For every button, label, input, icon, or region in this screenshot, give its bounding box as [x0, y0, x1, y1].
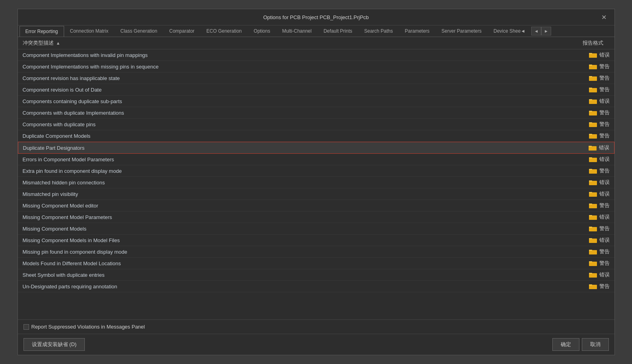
- row-status: 警告: [546, 109, 610, 116]
- folder-icon: [589, 202, 597, 209]
- tab-class-generation[interactable]: Class Generation: [114, 25, 163, 37]
- table-row[interactable]: Missing Component Model Parameters 错误: [18, 211, 614, 223]
- table-row[interactable]: Missing Component Models in Model Files …: [18, 235, 614, 246]
- svg-rect-39: [589, 273, 592, 274]
- status-label: 错误: [599, 237, 610, 244]
- row-description: Component Implementations with invalid p…: [23, 52, 546, 58]
- row-description: Component revision has inapplicable stat…: [23, 75, 546, 81]
- table-row[interactable]: Un-Designated parts requiring annotation…: [18, 281, 614, 292]
- svg-rect-37: [589, 261, 592, 262]
- svg-rect-5: [589, 76, 592, 77]
- checkbox-area: Report Suppressed Violations in Messages…: [23, 324, 609, 330]
- status-label: 警告: [599, 121, 610, 128]
- table-row[interactable]: Errors in Component Model Parameters 错误: [18, 154, 614, 165]
- folder-icon: [589, 214, 597, 220]
- svg-rect-7: [589, 88, 592, 89]
- table-row[interactable]: Missing Component Model editor 警告: [18, 200, 614, 211]
- row-status: 错误: [546, 237, 610, 244]
- row-status: 警告: [546, 248, 610, 255]
- status-label: 警告: [599, 63, 610, 70]
- row-description: Missing Component Model Parameters: [23, 214, 546, 220]
- tab-server-parameters[interactable]: Server Parameters: [436, 25, 488, 37]
- set-install-default-button[interactable]: 设置成安装缺省 (D): [23, 338, 85, 351]
- svg-rect-3: [589, 65, 592, 66]
- svg-rect-27: [589, 204, 592, 205]
- table-row[interactable]: Models Found in Different Model Location…: [18, 258, 614, 269]
- footer-bar: 设置成安装缺省 (D) 确定 取消: [18, 334, 614, 355]
- table-row[interactable]: Component revision has inapplicable stat…: [18, 72, 614, 84]
- tab-options[interactable]: Options: [248, 25, 276, 37]
- row-description: Extra pin found in component display mod…: [23, 168, 546, 174]
- svg-rect-41: [589, 284, 592, 286]
- svg-rect-23: [589, 180, 592, 182]
- tab-connection-matrix[interactable]: Connection Matrix: [64, 25, 115, 37]
- tab-eco-generation[interactable]: ECO Generation: [200, 25, 248, 37]
- row-status: 警告: [546, 283, 610, 290]
- table-row[interactable]: Duplicate Component Models 警告: [18, 130, 614, 142]
- status-label: 警告: [599, 260, 610, 267]
- right-footer: 确定 取消: [552, 338, 609, 351]
- tab-parameters[interactable]: Parameters: [399, 25, 436, 37]
- ok-button[interactable]: 确定: [552, 338, 579, 351]
- status-label: 错误: [599, 213, 610, 221]
- tab-device-sheet[interactable]: Device Shee◄: [487, 25, 531, 37]
- table-row[interactable]: Mismatched hidden pin connections 错误: [18, 177, 614, 188]
- tab-nav-forward[interactable]: ►: [541, 27, 551, 35]
- row-description: Component revision is Out of Date: [23, 87, 546, 93]
- status-label: 错误: [599, 98, 610, 105]
- tab-bar: Error Reporting Connection Matrix Class …: [18, 25, 614, 37]
- table-row[interactable]: Components containing duplicate sub-part…: [18, 96, 614, 107]
- table-header: 冲突类型描述 ▲ 报告格式: [18, 37, 614, 49]
- svg-rect-9: [589, 99, 592, 100]
- error-list[interactable]: Component Implementations with invalid p…: [18, 49, 614, 319]
- table-row[interactable]: Missing pin found in component display m…: [18, 246, 614, 258]
- tab-error-reporting[interactable]: Error Reporting: [20, 26, 64, 37]
- table-row[interactable]: Component Implementations with invalid p…: [18, 49, 614, 61]
- table-row[interactable]: Components with duplicate pins 警告: [18, 119, 614, 130]
- table-row[interactable]: Component revision is Out of Date 警告: [18, 84, 614, 96]
- tab-default-prints[interactable]: Default Prints: [317, 25, 358, 37]
- tab-multi-channel[interactable]: Multi-Channel: [276, 25, 317, 37]
- status-label: 警告: [599, 86, 610, 93]
- row-description: Mismatched pin visibility: [23, 191, 546, 197]
- row-description: Un-Designated parts requiring annotation: [23, 284, 546, 290]
- cancel-button[interactable]: 取消: [582, 338, 609, 351]
- main-dialog: Options for PCB Project PCB_Project1.Prj…: [18, 9, 615, 355]
- svg-rect-35: [589, 250, 592, 251]
- row-status: 错误: [546, 271, 610, 278]
- table-row[interactable]: Sheet Symbol with duplicate entries 错误: [18, 269, 614, 281]
- row-description: Duplicate Part Designators: [23, 145, 546, 151]
- row-description: Components with duplicate pins: [23, 121, 546, 127]
- row-description: Missing Component Models in Model Files: [23, 237, 546, 243]
- row-description: Models Found in Different Model Location…: [23, 260, 546, 266]
- status-label: 错误: [599, 156, 610, 163]
- table-row[interactable]: Extra pin found in component display mod…: [18, 165, 614, 177]
- folder-icon: [589, 52, 597, 58]
- tab-nav-back[interactable]: ◄: [531, 27, 541, 35]
- table-row[interactable]: Component Implementations with missing p…: [18, 61, 614, 72]
- suppress-violations-checkbox[interactable]: [23, 324, 29, 330]
- table-row[interactable]: Duplicate Part Designators 错误: [18, 142, 614, 154]
- status-label: 错误: [599, 51, 610, 59]
- tab-comparator[interactable]: Comparator: [163, 25, 200, 37]
- folder-icon: [589, 121, 597, 127]
- content-area: 冲突类型描述 ▲ 报告格式 Component Implementations …: [18, 37, 614, 334]
- folder-icon: [589, 110, 597, 116]
- table-row[interactable]: Mismatched pin visibility 错误: [18, 188, 614, 200]
- sort-arrow[interactable]: ▲: [56, 41, 61, 45]
- svg-rect-11: [589, 111, 592, 112]
- close-button[interactable]: ✕: [600, 13, 608, 21]
- folder-icon: [589, 75, 597, 81]
- table-row[interactable]: Components with duplicate Implementation…: [18, 107, 614, 119]
- status-label: 错误: [599, 271, 610, 278]
- folder-icon: [589, 168, 597, 174]
- row-status: 错误: [546, 98, 610, 105]
- folder-icon: [589, 179, 597, 186]
- title-bar: Options for PCB Project PCB_Project1.Prj…: [18, 9, 614, 25]
- folder-icon: [589, 260, 597, 266]
- svg-rect-29: [589, 215, 592, 216]
- tab-search-paths[interactable]: Search Paths: [358, 25, 399, 37]
- row-status: 错误: [546, 144, 609, 151]
- table-row[interactable]: Missing Component Models 警告: [18, 223, 614, 235]
- row-description: Missing pin found in component display m…: [23, 249, 546, 255]
